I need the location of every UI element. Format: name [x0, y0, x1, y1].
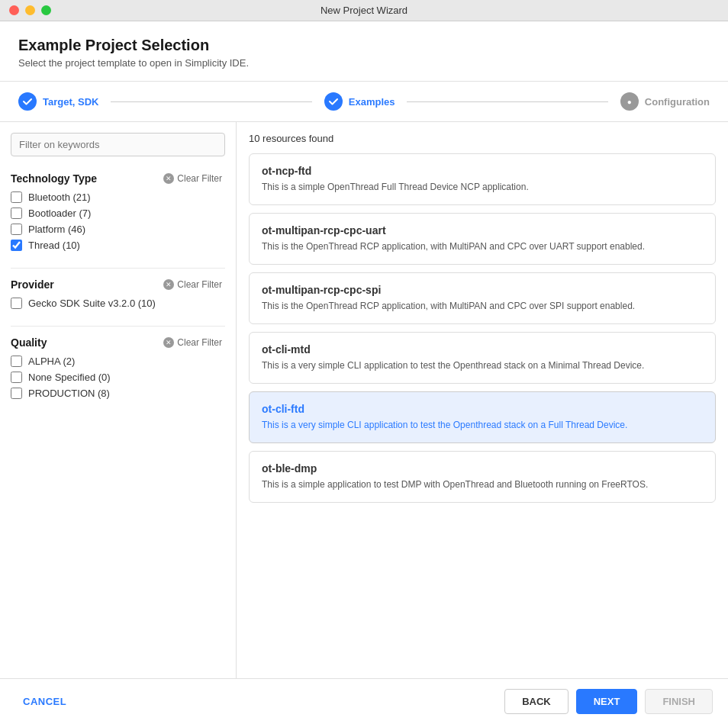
resources-count: 10 resources found — [249, 133, 716, 144]
resource-card-ot-ncp-ftd[interactable]: ot-ncp-ftd This is a simple OpenThread F… — [249, 153, 716, 205]
maximize-button[interactable] — [41, 5, 51, 15]
provider-title: Provider — [11, 278, 54, 291]
dialog-subtitle: Select the project template to open in S… — [18, 57, 710, 69]
resource-title-ot-ble-dmp: ot-ble-dmp — [262, 462, 703, 475]
resource-card-ot-multipan-uart[interactable]: ot-multipan-rcp-cpc-uart This is the Ope… — [249, 213, 716, 265]
checkbox-thread-input[interactable] — [11, 240, 22, 251]
resource-title-ot-cli-mtd: ot-cli-mtd — [262, 343, 703, 356]
resource-title-ot-ncp-ftd: ot-ncp-ftd — [262, 165, 703, 177]
steps-bar: Target, SDK Examples ● Configuration — [0, 82, 728, 122]
dialog-footer: CANCEL BACK NEXT FINISH — [0, 678, 728, 724]
resource-title-ot-multipan-spi: ot-multipan-rcp-cpc-spi — [262, 284, 703, 296]
resource-desc-ot-cli-ftd: This is a very simple CLI application to… — [262, 418, 703, 432]
checkbox-platform-label: Platform (46) — [28, 224, 85, 235]
resource-title-ot-multipan-uart: ot-multipan-rcp-cpc-uart — [262, 224, 703, 237]
technology-type-section: Technology Type ✕ Clear Filter Bluetooth… — [0, 167, 236, 263]
divider-1 — [11, 268, 225, 269]
step-1-label: Target, SDK — [43, 96, 98, 108]
checkbox-production-label: PRODUCTION (8) — [28, 388, 110, 399]
window-title: New Project Wizard — [321, 5, 407, 16]
window-controls[interactable] — [9, 5, 51, 15]
next-button[interactable]: NEXT — [576, 689, 638, 714]
checkbox-none-specified-label: None Specified (0) — [28, 372, 111, 383]
resource-card-ot-multipan-spi[interactable]: ot-multipan-rcp-cpc-spi This is the Open… — [249, 272, 716, 324]
checkbox-production[interactable]: PRODUCTION (8) — [11, 388, 225, 399]
resource-card-ot-ble-dmp[interactable]: ot-ble-dmp This is a simple application … — [249, 451, 716, 503]
finish-button[interactable]: FINISH — [645, 689, 713, 714]
checkbox-bluetooth[interactable]: Bluetooth (21) — [11, 191, 225, 203]
resource-desc-ot-multipan-spi: This is the OpenThread RCP application, … — [262, 299, 703, 313]
provider-section: Provider ✕ Clear Filter Gecko SDK Suite … — [0, 273, 236, 321]
title-bar: New Project Wizard — [0, 0, 728, 21]
step-3-icon: ● — [620, 92, 639, 111]
clear-filter-provider-button[interactable]: ✕ Clear Filter — [160, 278, 225, 291]
checkbox-bootloader-input[interactable] — [11, 208, 22, 219]
resource-card-ot-cli-ftd[interactable]: ot-cli-ftd This is a very simple CLI app… — [249, 391, 716, 443]
clear-x-icon-provider: ✕ — [163, 279, 174, 290]
checkmark-icon — [22, 96, 33, 107]
checkbox-platform[interactable]: Platform (46) — [11, 224, 225, 235]
resource-card-ot-cli-mtd[interactable]: ot-cli-mtd This is a very simple CLI app… — [249, 332, 716, 384]
checkbox-gecko-sdk-label: Gecko SDK Suite v3.2.0 (10) — [28, 298, 156, 309]
step-3-label: Configuration — [645, 96, 710, 108]
step-2-icon — [324, 92, 343, 111]
back-button[interactable]: BACK — [504, 689, 569, 714]
checkbox-platform-input[interactable] — [11, 224, 22, 235]
right-panel: 10 resources found ot-ncp-ftd This is a … — [237, 122, 728, 678]
step-connector-1 — [111, 101, 311, 102]
resource-title-ot-cli-ftd: ot-cli-ftd — [262, 403, 703, 415]
quality-header: Quality ✕ Clear Filter — [11, 331, 225, 349]
step-connector-2 — [407, 101, 607, 102]
checkbox-thread-label: Thread (10) — [28, 240, 80, 251]
dialog-title: Example Project Selection — [18, 37, 710, 54]
footer-left: CANCEL — [15, 690, 74, 713]
checkbox-bootloader[interactable]: Bootloader (7) — [11, 208, 225, 219]
divider-2 — [11, 326, 225, 327]
resource-desc-ot-ble-dmp: This is a simple application to test DMP… — [262, 478, 703, 491]
checkbox-gecko-sdk-input[interactable] — [11, 298, 22, 309]
step-configuration: ● Configuration — [620, 92, 710, 111]
dialog-header: Example Project Selection Select the pro… — [0, 21, 728, 82]
clear-filter-provider-label: Clear Filter — [177, 279, 222, 290]
checkbox-alpha-label: ALPHA (2) — [28, 356, 75, 367]
technology-type-title: Technology Type — [11, 172, 97, 185]
cancel-button[interactable]: CANCEL — [15, 690, 74, 713]
checkbox-bluetooth-input[interactable] — [11, 191, 22, 203]
checkbox-none-specified-input[interactable] — [11, 372, 22, 383]
step-1-icon — [18, 92, 37, 111]
checkbox-bootloader-label: Bootloader (7) — [28, 208, 91, 219]
minimize-button[interactable] — [25, 5, 35, 15]
checkbox-alpha-input[interactable] — [11, 356, 22, 367]
checkbox-thread[interactable]: Thread (10) — [11, 240, 225, 251]
provider-header: Provider ✕ Clear Filter — [11, 273, 225, 291]
dialog: Example Project Selection Select the pro… — [0, 21, 728, 724]
step-target-sdk: Target, SDK — [18, 92, 98, 111]
clear-filter-technology-label: Clear Filter — [177, 173, 222, 184]
dialog-body: Technology Type ✕ Clear Filter Bluetooth… — [0, 122, 728, 678]
checkmark-icon-2 — [328, 96, 339, 107]
checkbox-production-input[interactable] — [11, 388, 22, 399]
left-panel: Technology Type ✕ Clear Filter Bluetooth… — [0, 122, 237, 678]
clear-filter-quality-button[interactable]: ✕ Clear Filter — [160, 336, 225, 349]
checkbox-gecko-sdk[interactable]: Gecko SDK Suite v3.2.0 (10) — [11, 298, 225, 309]
clear-x-icon-technology: ✕ — [163, 173, 174, 184]
footer-right: BACK NEXT FINISH — [504, 689, 713, 714]
resource-desc-ot-multipan-uart: This is the OpenThread RCP application, … — [262, 240, 703, 253]
technology-type-header: Technology Type ✕ Clear Filter — [11, 167, 225, 185]
step-2-label: Examples — [349, 96, 395, 108]
resource-desc-ot-cli-mtd: This is a very simple CLI application to… — [262, 359, 703, 372]
quality-section: Quality ✕ Clear Filter ALPHA (2) None Sp… — [0, 331, 236, 411]
checkbox-bluetooth-label: Bluetooth (21) — [28, 191, 91, 203]
clear-filter-quality-label: Clear Filter — [177, 337, 222, 348]
checkbox-alpha[interactable]: ALPHA (2) — [11, 356, 225, 367]
resource-desc-ot-ncp-ftd: This is a simple OpenThread Full Thread … — [262, 180, 703, 194]
checkbox-none-specified[interactable]: None Specified (0) — [11, 372, 225, 383]
clear-filter-technology-button[interactable]: ✕ Clear Filter — [160, 172, 225, 185]
quality-title: Quality — [11, 336, 47, 349]
search-input[interactable] — [11, 133, 225, 156]
step-examples: Examples — [324, 92, 395, 111]
close-button[interactable] — [9, 5, 19, 15]
clear-x-icon-quality: ✕ — [163, 337, 174, 348]
